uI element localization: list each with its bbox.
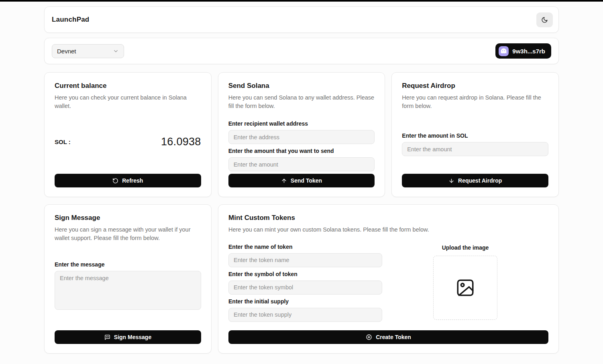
arrow-down-icon	[448, 178, 454, 184]
airdrop-amount-label: Enter the amount in SOL	[402, 132, 548, 139]
sign-message-description: Here you can sign a message with your wa…	[55, 226, 201, 242]
theme-toggle-button[interactable]	[536, 12, 553, 27]
balance-row: SOL : 16.0938	[55, 136, 201, 148]
token-name-input[interactable]	[228, 253, 382, 267]
row-bottom-cards: Sign Message Here you can sign a message…	[44, 204, 559, 354]
send-solana-description: Here you can send Solana to any wallet a…	[228, 94, 375, 110]
current-balance-card: Current balance Here you can check your …	[44, 72, 212, 197]
image-icon	[455, 278, 475, 298]
recipient-address-label: Enter recipient wallet address	[228, 120, 375, 127]
send-token-button-label: Send Token	[291, 177, 322, 184]
recipient-address-input[interactable]	[228, 130, 375, 144]
send-token-button[interactable]: Send Token	[228, 174, 375, 187]
upload-section: Upload the image	[382, 244, 548, 320]
request-airdrop-button-label: Request Airdrop	[458, 177, 502, 184]
request-airdrop-title: Request Airdrop	[402, 82, 548, 90]
send-amount-label: Enter the amount that you want to send	[228, 148, 375, 154]
token-name-label: Enter the name of token	[228, 244, 382, 250]
network-select-value: Devnet	[57, 48, 76, 55]
top-loading-bar	[0, 0, 603, 2]
network-select[interactable]: Devnet	[52, 44, 124, 58]
chevron-down-icon	[113, 48, 119, 54]
header: LaunchPad	[44, 6, 559, 33]
sign-message-card: Sign Message Here you can sign a message…	[44, 204, 212, 354]
page-container: LaunchPad Devnet	[44, 6, 559, 354]
sign-message-button[interactable]: Sign Message	[55, 330, 201, 344]
wallet-button[interactable]: 9w3h...s7rb	[495, 43, 551, 59]
refresh-button[interactable]: Refresh	[55, 174, 201, 187]
create-token-button-label: Create Token	[376, 334, 411, 340]
mint-tokens-description: Here you can mint your own custom Solana…	[228, 226, 548, 234]
message-bubble-icon	[104, 334, 110, 340]
balance-value: 16.0938	[161, 136, 201, 148]
token-symbol-label: Enter the symbol of token	[228, 271, 382, 277]
send-solana-title: Send Solana	[228, 82, 375, 90]
mint-tokens-card: Mint Custom Tokens Here you can mint you…	[218, 204, 559, 354]
airdrop-amount-input[interactable]	[402, 142, 548, 156]
send-amount-input[interactable]	[228, 157, 375, 171]
request-airdrop-button[interactable]: Request Airdrop	[402, 174, 548, 187]
wallet-address: 9w3h...s7rb	[512, 48, 545, 55]
arrow-up-icon	[281, 178, 287, 184]
refresh-button-label: Refresh	[122, 177, 143, 184]
mint-tokens-title: Mint Custom Tokens	[228, 214, 548, 222]
message-textarea[interactable]	[55, 271, 201, 310]
create-token-button[interactable]: Create Token	[228, 330, 548, 344]
current-balance-title: Current balance	[55, 82, 201, 90]
refresh-icon	[112, 178, 118, 184]
message-label: Enter the message	[55, 261, 201, 268]
sign-message-button-label: Sign Message	[114, 334, 151, 340]
sign-message-title: Sign Message	[55, 214, 201, 222]
row-top-cards: Current balance Here you can check your …	[44, 72, 559, 197]
token-supply-label: Enter the initial supply	[228, 298, 382, 305]
moon-icon	[541, 16, 548, 23]
token-symbol-input[interactable]	[228, 281, 382, 295]
token-supply-input[interactable]	[228, 308, 382, 322]
phantom-wallet-icon	[499, 46, 509, 56]
upload-image-label: Upload the image	[442, 244, 489, 251]
app-title: LaunchPad	[52, 16, 89, 24]
mint-form-fields: Enter the name of token Enter the symbol…	[228, 244, 382, 322]
plus-circle-icon	[366, 334, 372, 340]
mint-form-area: Enter the name of token Enter the symbol…	[228, 244, 548, 322]
network-bar: Devnet 9w3h...s7rb	[44, 38, 559, 64]
balance-currency-label: SOL :	[55, 138, 71, 145]
image-upload-dropzone[interactable]	[433, 256, 497, 320]
request-airdrop-description: Here you can request airdrop in Solana. …	[402, 94, 548, 110]
send-solana-card: Send Solana Here you can send Solana to …	[218, 72, 385, 197]
current-balance-description: Here you can check your current balance …	[55, 94, 201, 110]
request-airdrop-card: Request Airdrop Here you can request air…	[391, 72, 559, 197]
